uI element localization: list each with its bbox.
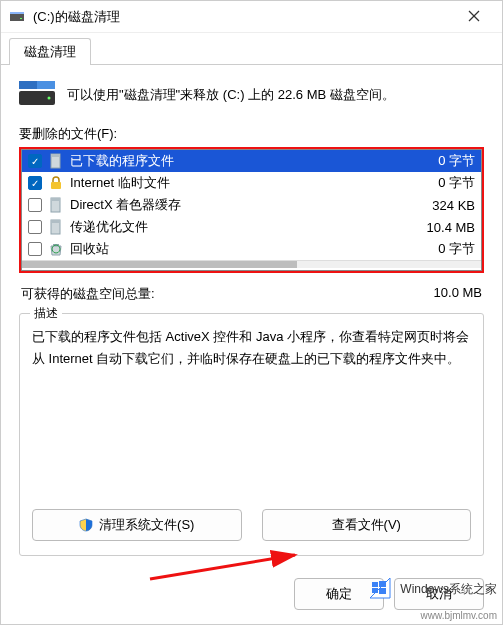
disk-cleanup-icon (9, 9, 25, 25)
totals-value: 10.0 MB (434, 285, 482, 303)
filelist-label: 要删除的文件(F): (19, 125, 484, 143)
row-size: 0 字节 (405, 240, 475, 258)
ok-button[interactable]: 确定 (294, 578, 384, 610)
lock-icon (48, 175, 64, 191)
description-group: 描述 已下载的程序文件包括 ActiveX 控件和 Java 小程序，你查看特定… (19, 313, 484, 556)
filelist-row[interactable]: 回收站0 字节 (22, 238, 481, 260)
row-name: 回收站 (70, 240, 399, 258)
svg-rect-10 (51, 154, 60, 157)
ok-label: 确定 (326, 585, 352, 603)
titlebar: (C:)的磁盘清理 (1, 1, 502, 33)
svg-rect-0 (10, 14, 24, 21)
view-files-label: 查看文件(V) (332, 516, 401, 534)
row-checkbox[interactable] (28, 220, 42, 234)
clean-system-files-label: 清理系统文件(S) (99, 516, 194, 534)
svg-rect-15 (51, 220, 60, 223)
tab-bar: 磁盘清理 (1, 33, 502, 65)
row-size: 0 字节 (405, 152, 475, 170)
intro-row: 可以使用"磁盘清理"来释放 (C:) 上的 22.6 MB 磁盘空间。 (19, 81, 484, 111)
svg-point-8 (48, 97, 51, 100)
content-area: 可以使用"磁盘清理"来释放 (C:) 上的 22.6 MB 磁盘空间。 要删除的… (1, 65, 502, 568)
filelist[interactable]: ✓已下载的程序文件0 字节✓Internet 临时文件0 字节DirectX 着… (21, 149, 482, 271)
close-icon (468, 10, 480, 22)
file-icon (48, 197, 64, 213)
filelist-row[interactable]: ✓已下载的程序文件0 字节 (22, 150, 481, 172)
close-button[interactable] (454, 9, 494, 25)
tab-disk-cleanup[interactable]: 磁盘清理 (9, 38, 91, 65)
row-size: 0 字节 (405, 174, 475, 192)
shield-icon (79, 518, 93, 532)
intro-text: 可以使用"磁盘清理"来释放 (C:) 上的 22.6 MB 磁盘空间。 (67, 81, 395, 105)
row-checkbox[interactable] (28, 198, 42, 212)
filelist-row[interactable]: ✓Internet 临时文件0 字节 (22, 172, 481, 194)
file-icon (48, 153, 64, 169)
row-checkbox[interactable]: ✓ (28, 176, 42, 190)
svg-rect-11 (51, 182, 61, 189)
recycle-icon (48, 241, 64, 257)
row-name: DirectX 着色器缓存 (70, 196, 399, 214)
scrollbar-thumb[interactable] (22, 261, 297, 268)
svg-rect-6 (19, 81, 37, 89)
row-size: 10.4 MB (405, 220, 475, 235)
cancel-label: 取消 (426, 585, 452, 603)
description-buttons: 清理系统文件(S) 查看文件(V) (32, 509, 471, 541)
cancel-button[interactable]: 取消 (394, 578, 484, 610)
row-name: 已下载的程序文件 (70, 152, 399, 170)
filelist-highlight: ✓已下载的程序文件0 字节✓Internet 临时文件0 字节DirectX 着… (19, 147, 484, 273)
drive-icon (19, 81, 55, 111)
row-checkbox[interactable]: ✓ (28, 154, 42, 168)
row-name: Internet 临时文件 (70, 174, 399, 192)
clean-system-files-button[interactable]: 清理系统文件(S) (32, 509, 242, 541)
dialog-window: (C:)的磁盘清理 磁盘清理 可以使用"磁盘清理"来释放 (C:) 上的 22.… (0, 0, 503, 625)
dialog-footer: 确定 取消 (1, 568, 502, 624)
window-title: (C:)的磁盘清理 (33, 8, 454, 26)
svg-rect-2 (20, 18, 22, 19)
description-text: 已下载的程序文件包括 ActiveX 控件和 Java 小程序，你查看特定网页时… (32, 326, 471, 497)
row-checkbox[interactable] (28, 242, 42, 256)
row-size: 324 KB (405, 198, 475, 213)
description-legend: 描述 (30, 305, 62, 322)
totals-label: 可获得的磁盘空间总量: (21, 285, 155, 303)
svg-rect-13 (51, 198, 60, 201)
file-icon (48, 219, 64, 235)
svg-rect-1 (10, 12, 24, 14)
filelist-row[interactable]: 传递优化文件10.4 MB (22, 216, 481, 238)
horizontal-scrollbar[interactable] (22, 260, 481, 268)
totals-row: 可获得的磁盘空间总量: 10.0 MB (19, 283, 484, 313)
view-files-button[interactable]: 查看文件(V) (262, 509, 472, 541)
filelist-row[interactable]: DirectX 着色器缓存324 KB (22, 194, 481, 216)
row-name: 传递优化文件 (70, 218, 399, 236)
